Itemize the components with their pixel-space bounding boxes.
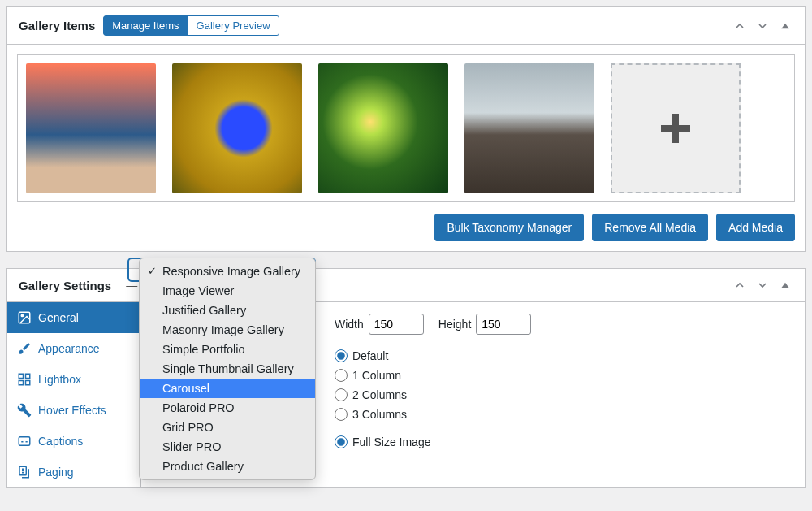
svg-rect-1: [661, 125, 690, 132]
svg-point-3: [21, 314, 23, 316]
media-thumbnail[interactable]: [172, 63, 302, 193]
gallery-items-panel: Gallery Items Manage Items Gallery Previ…: [6, 6, 806, 252]
gallery-type-dropdown[interactable]: Responsive Image GalleryImage ViewerJust…: [139, 258, 316, 480]
gallery-settings-title: Gallery Settings: [19, 279, 111, 292]
sidebar-label: Captions: [38, 435, 83, 448]
sidebar-item-hover-effects[interactable]: Hover Effects: [7, 395, 140, 426]
radio-label: 3 Columns: [352, 408, 407, 421]
sidebar-label: Hover Effects: [38, 404, 106, 417]
height-label: Height: [438, 318, 471, 331]
dropdown-option[interactable]: Image Viewer: [140, 281, 315, 301]
svg-rect-6: [19, 381, 23, 385]
height-input[interactable]: [476, 314, 531, 335]
plus-icon: [656, 109, 695, 148]
move-down-icon[interactable]: [754, 277, 771, 293]
svg-rect-7: [26, 381, 30, 385]
dropdown-option[interactable]: Single Thumbnail Gallery: [140, 359, 315, 379]
dropdown-option[interactable]: Masonry Image Gallery: [140, 320, 315, 340]
dropdown-option[interactable]: Grid PRO: [140, 418, 315, 437]
paging-icon: [17, 465, 32, 479]
sidebar-label: Paging: [38, 466, 74, 479]
layout-radio-group: Default 1 Column 2 Columns 3 Columns: [335, 349, 790, 421]
radio-input[interactable]: [335, 435, 348, 448]
size-radio-group: Full Size Image: [335, 435, 790, 448]
sidebar-item-captions[interactable]: Captions: [7, 426, 140, 457]
panel-toggles: [732, 277, 793, 293]
radio-label: 2 Columns: [352, 388, 407, 401]
radio-2-columns[interactable]: 2 Columns: [335, 388, 790, 401]
gallery-settings-header: Gallery Settings — Responsive Image Gall…: [7, 269, 805, 302]
tab-manage-items[interactable]: Manage Items: [103, 15, 188, 36]
radio-1-column[interactable]: 1 Column: [335, 369, 790, 382]
svg-rect-4: [19, 374, 23, 378]
image-icon: [17, 310, 32, 325]
dash-separator: —: [126, 279, 137, 292]
media-thumbnail[interactable]: [318, 63, 448, 193]
dropdown-option[interactable]: Slider PRO: [140, 437, 315, 457]
radio-label: 1 Column: [352, 369, 401, 382]
sidebar-item-general[interactable]: General: [7, 302, 140, 333]
media-thumbnail[interactable]: [26, 63, 156, 193]
sidebar-label: Appearance: [38, 342, 100, 355]
move-up-icon[interactable]: [732, 277, 748, 293]
sidebar-item-lightbox[interactable]: Lightbox: [7, 364, 140, 395]
radio-default[interactable]: Default: [335, 349, 790, 362]
sidebar-label: Lightbox: [38, 373, 81, 386]
width-label: Width: [335, 318, 364, 331]
radio-input[interactable]: [335, 408, 348, 421]
caption-icon: [17, 434, 32, 448]
settings-body: General Appearance Lightbox Hover Effect…: [7, 302, 805, 487]
thumbnail-container: [17, 54, 795, 202]
gallery-actions: Bulk Taxonomy Manager Remove All Media A…: [17, 214, 795, 241]
dropdown-option[interactable]: Responsive Image Gallery: [140, 262, 315, 281]
brush-icon: [17, 341, 32, 356]
dropdown-option[interactable]: Simple Portfolio: [140, 340, 315, 359]
add-media-tile[interactable]: [611, 63, 741, 193]
sidebar-label: General: [38, 311, 79, 324]
width-field: Width: [335, 314, 424, 335]
radio-3-columns[interactable]: 3 Columns: [335, 408, 790, 421]
svg-rect-5: [26, 374, 30, 378]
settings-sidebar: General Appearance Lightbox Hover Effect…: [7, 302, 141, 487]
dropdown-option[interactable]: Polaroid PRO: [140, 398, 315, 418]
add-media-button[interactable]: Add Media: [716, 214, 795, 241]
radio-label: Default: [352, 349, 388, 362]
tab-gallery-preview[interactable]: Gallery Preview: [188, 15, 279, 36]
radio-input[interactable]: [335, 349, 348, 362]
radio-input[interactable]: [335, 388, 348, 401]
dropdown-option[interactable]: Justified Gallery: [140, 301, 315, 320]
gallery-items-header: Gallery Items Manage Items Gallery Previ…: [7, 7, 805, 45]
svg-rect-8: [19, 437, 30, 446]
dropdown-option[interactable]: Carousel: [140, 379, 315, 398]
gallery-items-title: Gallery Items: [19, 19, 95, 32]
sidebar-item-paging[interactable]: Paging: [7, 457, 140, 487]
radio-input[interactable]: [335, 369, 348, 382]
dropdown-option[interactable]: Product Gallery: [140, 457, 315, 476]
collapse-icon[interactable]: [777, 18, 793, 34]
sidebar-item-appearance[interactable]: Appearance: [7, 333, 140, 364]
radio-label: Full Size Image: [352, 435, 430, 448]
remove-all-media-button[interactable]: Remove All Media: [592, 214, 708, 241]
gallery-items-tabs: Manage Items Gallery Preview: [103, 15, 279, 36]
gallery-settings-panel: Gallery Settings — Responsive Image Gall…: [6, 268, 806, 488]
radio-full-size[interactable]: Full Size Image: [335, 435, 790, 448]
move-down-icon[interactable]: [754, 18, 771, 34]
height-field: Height: [438, 314, 531, 335]
panel-toggles: [732, 18, 793, 34]
media-thumbnail[interactable]: [464, 63, 594, 193]
bulk-taxonomy-button[interactable]: Bulk Taxonomy Manager: [434, 214, 584, 241]
collapse-icon[interactable]: [777, 277, 793, 293]
width-input[interactable]: [369, 314, 424, 335]
grid-icon: [17, 372, 32, 387]
size-field-row: Width Height: [335, 314, 790, 335]
gallery-items-body: Bulk Taxonomy Manager Remove All Media A…: [7, 45, 805, 251]
move-up-icon[interactable]: [732, 18, 748, 34]
wrench-icon: [17, 403, 32, 418]
